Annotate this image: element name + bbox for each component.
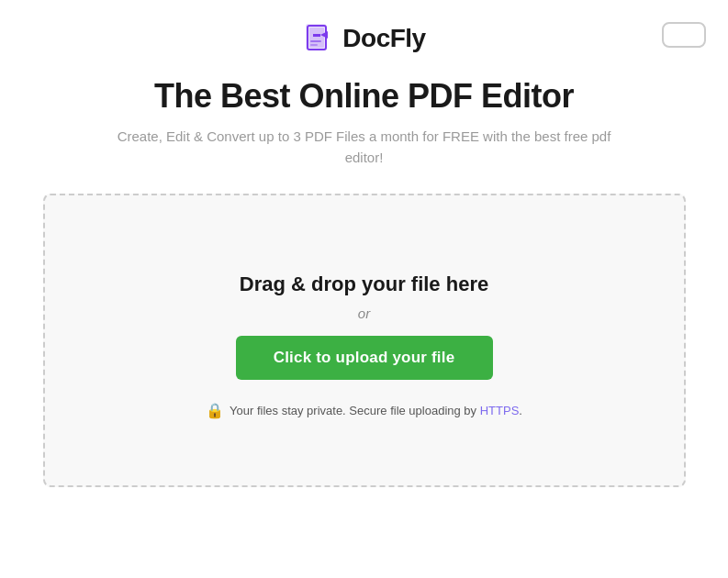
- https-link[interactable]: HTTPS: [480, 404, 520, 417]
- header: DocFly: [0, 0, 728, 70]
- logo: DocFly: [302, 22, 425, 55]
- security-text-content: Your files stay private. Secure file upl…: [230, 404, 522, 417]
- lock-icon: 🔒: [206, 402, 224, 419]
- upload-button[interactable]: Click to upload your file: [236, 336, 493, 380]
- logo-text: DocFly: [342, 24, 425, 53]
- svg-rect-4: [313, 34, 320, 37]
- security-notice: 🔒 Your files stay private. Secure file u…: [206, 402, 522, 419]
- subtitle: Create, Edit & Convert up to 3 PDF Files…: [107, 127, 622, 168]
- main-title: The Best Online PDF Editor: [154, 77, 574, 116]
- svg-rect-6: [310, 44, 318, 46]
- docfly-logo-icon: [302, 22, 335, 55]
- drag-drop-label: Drag & drop your file here: [240, 272, 488, 296]
- or-label: or: [358, 306, 370, 321]
- upload-dropzone[interactable]: Drag & drop your file here or Click to u…: [43, 194, 686, 487]
- svg-rect-5: [310, 40, 321, 42]
- top-right-button[interactable]: [662, 22, 706, 48]
